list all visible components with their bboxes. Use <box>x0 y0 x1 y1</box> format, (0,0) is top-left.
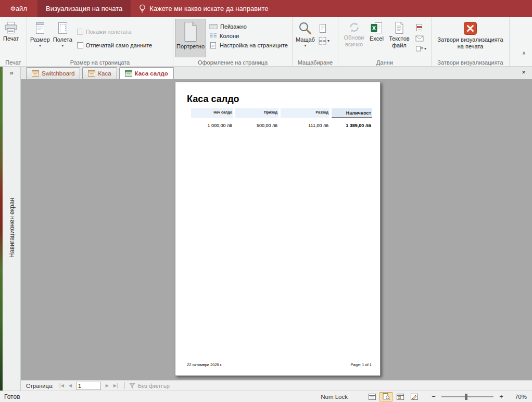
zoom-button[interactable]: Мащаб ▾ <box>294 19 316 57</box>
print-data-only-label: Отпечатай само данните <box>86 42 152 48</box>
margins-button[interactable]: Полета ▾ <box>52 19 74 57</box>
chevron-down-icon: ▾ <box>39 44 41 47</box>
columns-button[interactable]: Колони <box>209 32 288 39</box>
tab-print-preview[interactable]: Визуализация на печата <box>37 0 131 17</box>
ribbon-group-zoom: Мащаб ▾ ▾ Мащабиране <box>293 17 338 66</box>
page-setup-button[interactable]: Настройка на страниците <box>209 42 288 49</box>
last-page-button: ▶│ <box>111 382 120 390</box>
first-page-button: │◀ <box>57 382 66 390</box>
expand-pane-icon[interactable]: » <box>3 69 20 77</box>
close-preview-icon <box>463 21 477 35</box>
landscape-button[interactable]: Пейзажно <box>209 23 288 30</box>
ribbon-group-print: Печат Печат <box>0 17 27 66</box>
portrait-page-icon <box>183 21 198 42</box>
form-icon <box>32 70 39 77</box>
report-page[interactable]: Каса салдо Нач салдо Приход Разход Налич… <box>175 82 381 376</box>
print-button[interactable]: Печат <box>2 19 20 57</box>
numlock-indicator: Num Lock <box>321 394 348 400</box>
collapse-ribbon-icon[interactable]: ∧ <box>522 50 526 56</box>
report-view-icon[interactable] <box>365 392 378 401</box>
close-preview-label: Затвори визуализацията на печата <box>437 36 504 49</box>
magnifier-icon <box>298 21 312 35</box>
cell-value: 1 000,00 лв <box>191 122 233 129</box>
page-layout-options: Пейзажно Колони Настройка на страниците <box>206 18 288 49</box>
zoom-slider[interactable] <box>441 396 493 397</box>
tell-me-box[interactable]: Кажете ми какво искате да направите <box>131 0 276 17</box>
doc-tab-label: Каса <box>98 70 111 77</box>
layout-view-icon[interactable] <box>394 392 407 401</box>
margins-button-label: Полета <box>53 36 72 43</box>
portrait-button-label: Портретно <box>176 43 205 50</box>
zoom-slider-thumb[interactable] <box>465 394 467 400</box>
column-header: Наличност <box>332 108 372 118</box>
doc-tab-switchboard[interactable]: Switchboard <box>26 67 80 79</box>
show-margins-checkbox: Покажи полетата <box>77 29 152 35</box>
print-preview-canvas[interactable]: Каса салдо Нач салдо Приход Разход Налич… <box>21 79 532 380</box>
column-header: Нач салдо <box>191 108 233 118</box>
data-more-options: ▾ <box>413 18 427 52</box>
titlebar: Файл Визуализация на печата Кажете ми ка… <box>0 0 532 17</box>
status-ready-label: Готов <box>0 393 20 400</box>
page-nav-label: Страница: <box>26 383 54 389</box>
checkbox-icon <box>77 29 83 35</box>
close-document-icon[interactable]: × <box>520 68 528 76</box>
portrait-button[interactable]: Портретно <box>175 19 206 57</box>
group-label-print: Печат <box>0 59 27 66</box>
chevron-down-icon: ▾ <box>61 44 64 47</box>
refresh-all-label: Обнови всичко <box>341 34 366 47</box>
document-tab-bar: Switchboard Каса Каса салдо × <box>21 67 532 79</box>
refresh-all-button: Обнови всичко <box>340 19 368 57</box>
status-bar: Готов Num Lock − + 70% <box>0 391 532 402</box>
margins-icon <box>57 21 68 35</box>
excel-icon: X <box>370 21 383 34</box>
zoom-button-label: Мащаб <box>296 36 315 43</box>
ribbon-group-close-preview: Затвори визуализацията на печата Затвори… <box>432 17 510 66</box>
print-preview-view-icon[interactable] <box>379 392 392 401</box>
navigation-pane-collapsed[interactable]: » Навигационен екран <box>3 67 21 391</box>
divider <box>124 382 125 389</box>
email-button[interactable] <box>415 35 424 42</box>
ribbon-group-page-layout: Портретно Пейзажно Колони Настройка на с… <box>173 17 293 66</box>
group-label-zoom: Мащабиране <box>293 59 338 66</box>
close-print-preview-button[interactable]: Затвори визуализацията на печата <box>436 19 505 57</box>
zoom-percentage[interactable]: 70% <box>509 394 527 400</box>
view-shortcut-buttons <box>365 392 421 401</box>
file-tab[interactable]: Файл <box>0 0 37 17</box>
more-pages-button[interactable]: ▾ <box>319 37 330 45</box>
columns-label: Колони <box>220 33 239 39</box>
pdf-xps-button[interactable] <box>415 23 423 32</box>
show-margins-label: Покажи полетата <box>86 29 132 35</box>
size-button[interactable]: Размер ▾ <box>29 19 52 57</box>
zoom-out-button[interactable]: − <box>430 393 437 400</box>
columns-icon <box>209 32 217 39</box>
group-label-close-preview: Затвори визуализацията <box>432 59 509 66</box>
column-header: Разход <box>281 108 330 118</box>
text-file-button[interactable]: Текстов файл <box>385 19 413 57</box>
refresh-icon <box>348 21 360 33</box>
design-view-icon[interactable] <box>408 392 421 401</box>
print-data-only-checkbox[interactable]: Отпечатай само данните <box>77 42 152 48</box>
ribbon: Печат Печат Размер ▾ Полета ▾ Покажи пол… <box>0 17 532 67</box>
more-exports-button[interactable]: ▾ <box>415 45 426 52</box>
landscape-label: Пейзажно <box>220 23 247 30</box>
chevron-down-icon: ▾ <box>304 44 306 47</box>
cell-value: 1 389,00 лв <box>332 122 372 129</box>
doc-tab-kasa-saldo[interactable]: Каса салдо <box>119 67 174 79</box>
zoom-page-options: ▾ <box>316 18 331 45</box>
text-file-icon <box>394 21 404 34</box>
group-label-data: Данни <box>338 59 431 66</box>
excel-export-button[interactable]: X Excel <box>368 19 385 57</box>
one-page-button[interactable] <box>319 23 327 33</box>
page-number-input[interactable] <box>76 382 101 390</box>
doc-tab-label: Каса салдо <box>135 70 168 77</box>
filter-funnel-icon <box>129 383 135 389</box>
chevron-down-icon: ▾ <box>327 40 330 43</box>
cell-value: 500,00 лв <box>235 122 278 129</box>
column-header: Приход <box>235 108 278 118</box>
next-page-button: ▶ <box>103 382 111 390</box>
ribbon-group-data: Обнови всичко X Excel Текстов файл ▾ <box>338 17 432 66</box>
zoom-in-button[interactable]: + <box>498 393 505 400</box>
page-size-options: Покажи полетата Отпечатай само данните <box>74 18 154 48</box>
filter-status: Без филтър <box>129 383 170 389</box>
doc-tab-kasa[interactable]: Каса <box>82 67 117 79</box>
